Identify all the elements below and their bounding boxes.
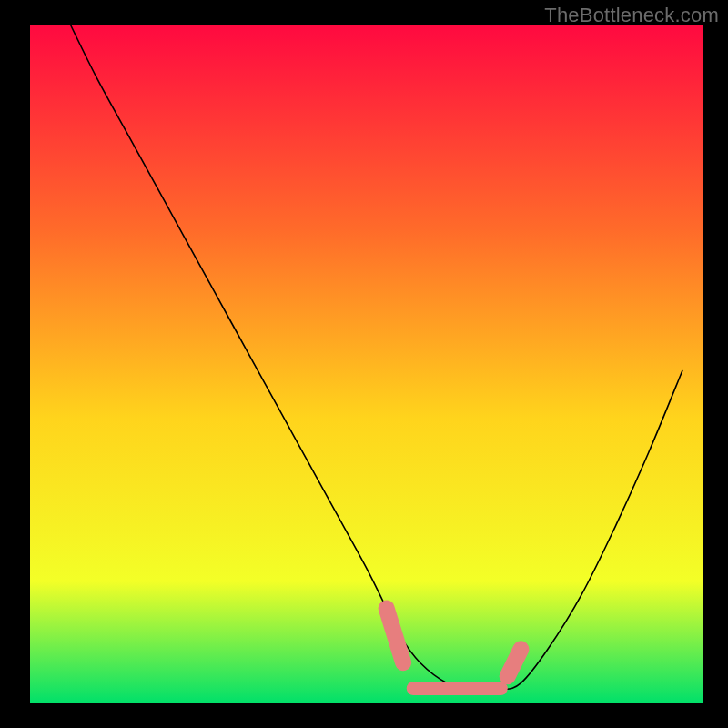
watermark-label: TheBottleneck.com: [544, 4, 719, 27]
plot-background: [30, 25, 703, 703]
chart-svg: [0, 0, 728, 728]
bottleneck-chart: TheBottleneck.com: [0, 0, 728, 728]
